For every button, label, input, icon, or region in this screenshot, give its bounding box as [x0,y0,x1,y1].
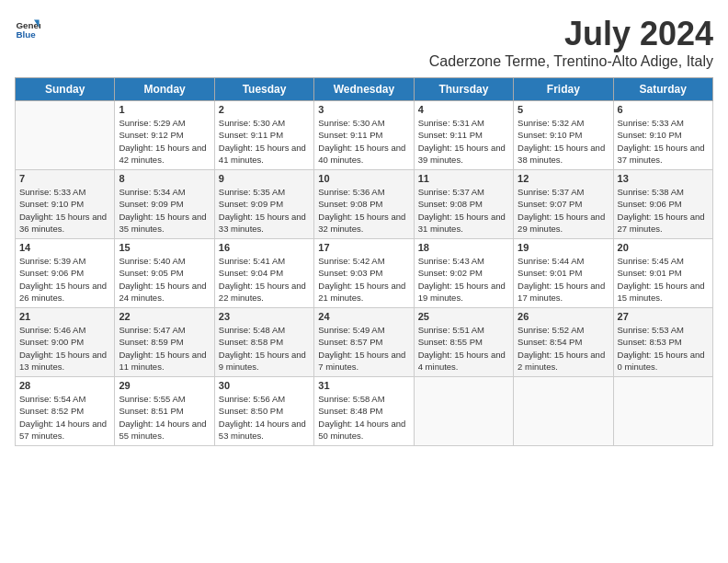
calendar-cell: 18Sunrise: 5:43 AMSunset: 9:02 PMDayligh… [414,239,513,308]
day-number: 27 [618,311,709,322]
calendar-cell: 11Sunrise: 5:37 AMSunset: 9:08 PMDayligh… [414,170,513,239]
calendar-cell [613,377,712,446]
weekday-header-row: SundayMondayTuesdayWednesdayThursdayFrid… [16,78,713,101]
day-number: 26 [518,311,609,322]
day-info: Sunrise: 5:36 AMSunset: 9:08 PMDaylight:… [318,186,409,235]
day-info: Sunrise: 5:49 AMSunset: 8:57 PMDaylight:… [318,324,409,373]
svg-text:Blue: Blue [16,29,36,40]
calendar-cell: 17Sunrise: 5:42 AMSunset: 9:03 PMDayligh… [314,239,414,308]
weekday-header-thursday: Thursday [414,78,513,101]
calendar-week-4: 21Sunrise: 5:46 AMSunset: 9:00 PMDayligh… [16,308,713,377]
calendar-cell: 27Sunrise: 5:53 AMSunset: 8:53 PMDayligh… [613,308,712,377]
calendar-cell: 13Sunrise: 5:38 AMSunset: 9:06 PMDayligh… [613,170,712,239]
calendar-cell: 30Sunrise: 5:56 AMSunset: 8:50 PMDayligh… [214,377,313,446]
day-number: 13 [618,173,709,184]
calendar-week-2: 7Sunrise: 5:33 AMSunset: 9:10 PMDaylight… [16,170,713,239]
day-info: Sunrise: 5:29 AMSunset: 9:12 PMDaylight:… [119,117,210,166]
day-info: Sunrise: 5:30 AMSunset: 9:11 PMDaylight:… [219,117,310,166]
day-info: Sunrise: 5:53 AMSunset: 8:53 PMDaylight:… [618,324,709,373]
day-number: 7 [19,173,110,184]
day-info: Sunrise: 5:58 AMSunset: 8:48 PMDaylight:… [318,393,409,442]
day-number: 29 [119,380,210,391]
calendar-cell: 5Sunrise: 5:32 AMSunset: 9:10 PMDaylight… [514,101,613,170]
calendar-cell: 20Sunrise: 5:45 AMSunset: 9:01 PMDayligh… [613,239,712,308]
calendar-cell: 26Sunrise: 5:52 AMSunset: 8:54 PMDayligh… [514,308,613,377]
calendar-cell: 9Sunrise: 5:35 AMSunset: 9:09 PMDaylight… [214,170,313,239]
calendar-cell: 21Sunrise: 5:46 AMSunset: 9:00 PMDayligh… [16,308,115,377]
weekday-header-friday: Friday [514,78,613,101]
day-info: Sunrise: 5:39 AMSunset: 9:06 PMDaylight:… [19,255,110,304]
day-number: 8 [119,173,210,184]
calendar-cell: 8Sunrise: 5:34 AMSunset: 9:09 PMDaylight… [115,170,214,239]
day-info: Sunrise: 5:31 AMSunset: 9:11 PMDaylight:… [418,117,509,166]
logo-icon: General Blue [15,15,40,40]
day-number: 22 [119,311,210,322]
day-info: Sunrise: 5:56 AMSunset: 8:50 PMDaylight:… [219,393,310,442]
calendar-title: July 2024 [429,15,713,53]
day-number: 18 [418,242,509,253]
day-info: Sunrise: 5:43 AMSunset: 9:02 PMDaylight:… [418,255,509,304]
calendar-cell: 16Sunrise: 5:41 AMSunset: 9:04 PMDayligh… [214,239,313,308]
calendar-cell: 7Sunrise: 5:33 AMSunset: 9:10 PMDaylight… [16,170,115,239]
calendar-cell: 2Sunrise: 5:30 AMSunset: 9:11 PMDaylight… [214,101,313,170]
day-info: Sunrise: 5:46 AMSunset: 9:00 PMDaylight:… [19,324,110,373]
day-info: Sunrise: 5:37 AMSunset: 9:07 PMDaylight:… [518,186,609,235]
weekday-header-tuesday: Tuesday [214,78,313,101]
day-number: 4 [418,104,509,115]
calendar-cell: 19Sunrise: 5:44 AMSunset: 9:01 PMDayligh… [514,239,613,308]
calendar-cell: 12Sunrise: 5:37 AMSunset: 9:07 PMDayligh… [514,170,613,239]
day-info: Sunrise: 5:33 AMSunset: 9:10 PMDaylight:… [19,186,110,235]
day-number: 5 [518,104,609,115]
day-number: 6 [618,104,709,115]
calendar-week-3: 14Sunrise: 5:39 AMSunset: 9:06 PMDayligh… [16,239,713,308]
calendar-week-5: 28Sunrise: 5:54 AMSunset: 8:52 PMDayligh… [16,377,713,446]
day-info: Sunrise: 5:51 AMSunset: 8:55 PMDaylight:… [418,324,509,373]
day-number: 15 [119,242,210,253]
day-number: 24 [318,311,409,322]
day-number: 19 [518,242,609,253]
day-number: 1 [119,104,210,115]
weekday-header-sunday: Sunday [16,78,115,101]
day-number: 2 [219,104,310,115]
calendar-cell: 3Sunrise: 5:30 AMSunset: 9:11 PMDaylight… [314,101,414,170]
day-number: 28 [19,380,110,391]
day-info: Sunrise: 5:34 AMSunset: 9:09 PMDaylight:… [119,186,210,235]
page-header: General Blue July 2024 Caderzone Terme, … [15,15,713,70]
calendar-cell [514,377,613,446]
day-info: Sunrise: 5:48 AMSunset: 8:58 PMDaylight:… [219,324,310,373]
calendar-cell [414,377,513,446]
calendar-cell: 14Sunrise: 5:39 AMSunset: 9:06 PMDayligh… [16,239,115,308]
calendar-cell: 29Sunrise: 5:55 AMSunset: 8:51 PMDayligh… [115,377,214,446]
day-info: Sunrise: 5:45 AMSunset: 9:01 PMDaylight:… [618,255,709,304]
day-number: 10 [318,173,409,184]
day-info: Sunrise: 5:30 AMSunset: 9:11 PMDaylight:… [318,117,409,166]
day-number: 25 [418,311,509,322]
day-info: Sunrise: 5:54 AMSunset: 8:52 PMDaylight:… [19,393,110,442]
day-number: 9 [219,173,310,184]
weekday-header-monday: Monday [115,78,214,101]
day-info: Sunrise: 5:42 AMSunset: 9:03 PMDaylight:… [318,255,409,304]
calendar-cell: 23Sunrise: 5:48 AMSunset: 8:58 PMDayligh… [214,308,313,377]
day-number: 23 [219,311,310,322]
day-info: Sunrise: 5:40 AMSunset: 9:05 PMDaylight:… [119,255,210,304]
day-info: Sunrise: 5:35 AMSunset: 9:09 PMDaylight:… [219,186,310,235]
calendar-week-1: 1Sunrise: 5:29 AMSunset: 9:12 PMDaylight… [16,101,713,170]
day-number: 12 [518,173,609,184]
day-info: Sunrise: 5:32 AMSunset: 9:10 PMDaylight:… [518,117,609,166]
logo: General Blue [15,15,40,40]
day-number: 14 [19,242,110,253]
day-number: 20 [618,242,709,253]
calendar-cell: 31Sunrise: 5:58 AMSunset: 8:48 PMDayligh… [314,377,414,446]
day-info: Sunrise: 5:47 AMSunset: 8:59 PMDaylight:… [119,324,210,373]
day-number: 16 [219,242,310,253]
title-block: July 2024 Caderzone Terme, Trentino-Alto… [429,15,713,70]
calendar-cell: 15Sunrise: 5:40 AMSunset: 9:05 PMDayligh… [115,239,214,308]
day-info: Sunrise: 5:52 AMSunset: 8:54 PMDaylight:… [518,324,609,373]
calendar-cell: 28Sunrise: 5:54 AMSunset: 8:52 PMDayligh… [16,377,115,446]
day-info: Sunrise: 5:41 AMSunset: 9:04 PMDaylight:… [219,255,310,304]
day-number: 30 [219,380,310,391]
day-info: Sunrise: 5:55 AMSunset: 8:51 PMDaylight:… [119,393,210,442]
day-number: 11 [418,173,509,184]
day-info: Sunrise: 5:38 AMSunset: 9:06 PMDaylight:… [618,186,709,235]
calendar-table: SundayMondayTuesdayWednesdayThursdayFrid… [15,77,713,446]
